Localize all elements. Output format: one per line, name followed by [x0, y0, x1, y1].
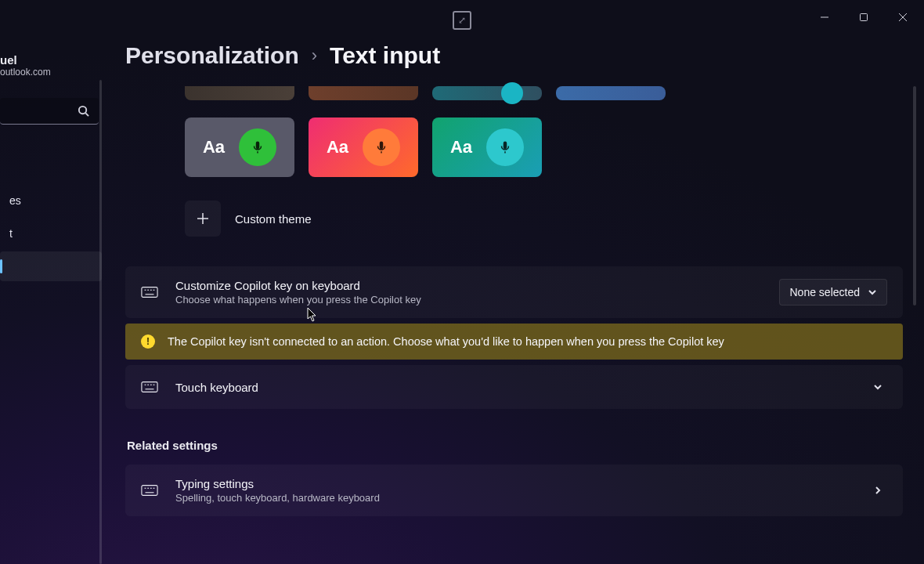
- user-block[interactable]: uel outlook.com: [0, 53, 102, 92]
- keyboard-icon: [141, 482, 158, 499]
- navigate-button[interactable]: [868, 481, 887, 500]
- theme-option[interactable]: [556, 86, 666, 100]
- warning-icon: !: [141, 334, 155, 349]
- copilot-action-dropdown[interactable]: None selected: [779, 279, 887, 306]
- setting-subtitle: Choose what happens when you press the C…: [175, 294, 779, 306]
- nav-list: es t: [0, 186, 102, 281]
- section-label: Related settings: [127, 439, 924, 452]
- search-icon: [78, 105, 89, 117]
- setting-subtitle: Spelling, touch keyboard, hardware keybo…: [175, 492, 868, 504]
- theme-option[interactable]: Aa: [185, 118, 294, 177]
- setting-title: Customize Copilot key on keyboard: [175, 279, 779, 292]
- nav-item-selected[interactable]: [0, 251, 102, 281]
- warning-message: The Copilot key isn't connected to an ac…: [168, 335, 724, 348]
- main-content: Personalization › Text input Aa Aa Aa Cu…: [125, 42, 924, 564]
- setting-typing[interactable]: Typing settings Spelling, touch keyboard…: [125, 465, 903, 516]
- theme-option[interactable]: [432, 86, 542, 100]
- user-email: outlook.com: [0, 67, 94, 78]
- keyboard-icon: [141, 378, 158, 396]
- theme-option[interactable]: [185, 86, 294, 100]
- titlebar: ⤢: [0, 0, 924, 34]
- chevron-down-icon: [873, 382, 882, 392]
- theme-option[interactable]: Aa: [432, 118, 542, 177]
- page-title: Text input: [330, 42, 440, 69]
- maximize-button[interactable]: [846, 5, 882, 30]
- search-input[interactable]: [0, 98, 99, 125]
- custom-theme-row[interactable]: Custom theme: [185, 201, 924, 237]
- mic-icon: [486, 128, 524, 166]
- chevron-down-icon: [868, 287, 877, 297]
- theme-row-cutoff: [185, 86, 924, 100]
- nav-item[interactable]: t: [0, 219, 102, 248]
- mic-icon: [363, 128, 400, 166]
- nav-item[interactable]: es: [0, 186, 102, 215]
- breadcrumb-parent[interactable]: Personalization: [125, 42, 299, 69]
- theme-sample-text: Aa: [203, 137, 225, 157]
- theme-option[interactable]: Aa: [309, 118, 418, 177]
- dropdown-value: None selected: [789, 286, 860, 298]
- svg-line-5: [85, 113, 88, 116]
- theme-sample-text: Aa: [450, 137, 472, 157]
- setting-title: Typing settings: [175, 477, 868, 490]
- close-button[interactable]: [885, 5, 921, 30]
- warning-banner: ! The Copilot key isn't connected to an …: [125, 324, 903, 360]
- add-button[interactable]: [185, 201, 221, 237]
- mic-icon: [239, 128, 276, 166]
- theme-sample-text: Aa: [327, 137, 348, 157]
- keyboard-icon: [141, 284, 158, 301]
- breadcrumb: Personalization › Text input: [125, 42, 924, 69]
- restore-preview-icon: ⤢: [453, 11, 471, 30]
- svg-rect-20: [142, 486, 157, 496]
- setting-touch-keyboard[interactable]: Touch keyboard: [125, 365, 903, 409]
- sidebar: uel outlook.com es t: [0, 34, 102, 564]
- svg-rect-1: [861, 14, 868, 21]
- svg-point-4: [79, 107, 86, 114]
- mic-icon: [501, 82, 523, 104]
- minimize-button[interactable]: [807, 5, 843, 30]
- theme-row: Aa Aa Aa: [185, 118, 924, 177]
- setting-copilot-key[interactable]: Customize Copilot key on keyboard Choose…: [125, 266, 903, 318]
- svg-rect-14: [142, 382, 157, 392]
- chevron-right-icon: [873, 486, 882, 495]
- theme-option[interactable]: [309, 86, 418, 100]
- main-scrollbar[interactable]: [913, 86, 916, 306]
- user-name: uel: [0, 53, 94, 67]
- svg-rect-8: [142, 287, 157, 298]
- setting-title: Touch keyboard: [175, 381, 868, 394]
- expand-button[interactable]: [868, 378, 887, 396]
- sidebar-scrollbar[interactable]: [99, 80, 102, 564]
- chevron-right-icon: ›: [312, 45, 317, 66]
- custom-theme-label: Custom theme: [235, 212, 312, 226]
